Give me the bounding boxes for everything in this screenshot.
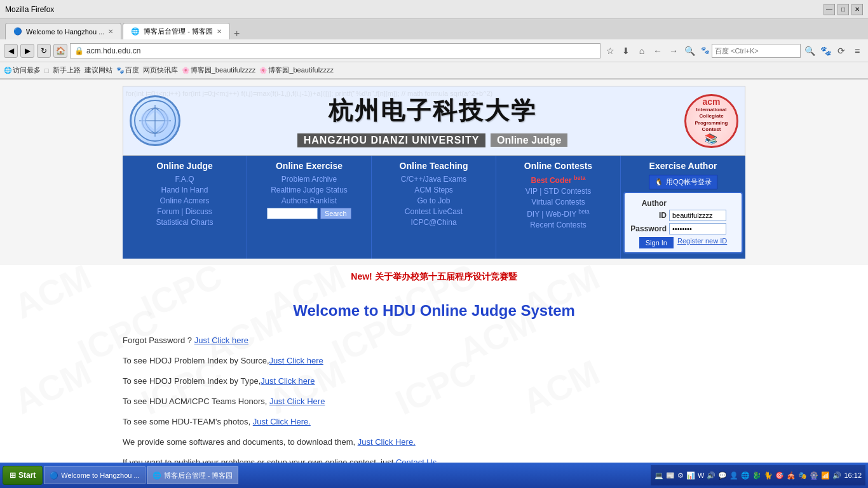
id-row: ID [628,210,738,221]
nav-best-coder-link[interactable]: Best Coder beta [499,175,618,185]
search-icon[interactable]: 🔍 [682,44,696,58]
download-link[interactable]: Just Click Here. [358,437,416,447]
exercise-search-button[interactable]: Search [320,208,351,219]
reload-button[interactable]: ↻ [37,44,51,58]
bookmark-6[interactable]: 🌸 博客园_beautifulzzzz [182,65,256,75]
forgot-password-link[interactable]: Just Click here [194,336,248,345]
home-button[interactable]: 🏠 [53,44,67,58]
search-input[interactable] [712,44,801,58]
photos-link[interactable]: Just Click Here. [253,417,311,426]
tray-icon-3[interactable]: ⚙ [677,471,684,480]
tab-favicon-1: 🔵 [13,27,22,36]
bookmark-2[interactable]: 新手上路 [53,65,81,75]
nav-recent-contests-link[interactable]: Recent Contests [499,220,618,229]
bookmark-label-3: 建议网站 [85,65,112,75]
nav-vip-std-link[interactable]: VIP | STD Contests [499,187,618,196]
tray-icon-7[interactable]: 💬 [718,471,727,480]
tray-icon-8[interactable]: 👤 [729,471,738,480]
tray-icon-5[interactable]: W [698,471,704,479]
nav-forum-link[interactable]: Forum | Discuss [125,207,244,216]
signin-button[interactable]: Sign In [639,237,674,248]
nav-back-icon[interactable]: ← [651,44,665,58]
paw-search-icon[interactable]: 🐾 [818,44,832,58]
tray-icon-15[interactable]: 🎡 [810,471,818,480]
nav-title-online-exercise: Online Exercise [250,161,369,171]
tab-close-2[interactable]: ✕ [217,28,222,35]
minimize-button[interactable]: — [824,4,835,15]
bookmark-star-icon[interactable]: ☆ [603,44,617,58]
tray-icon-13[interactable]: 🎪 [787,471,796,480]
nav-online-acmers-link[interactable]: Online Acmers [125,196,244,205]
bookmark-favicon-4: 🐾 [116,67,124,74]
tray-clock[interactable]: 16:12 [844,471,862,479]
tray-icon-4[interactable]: 📊 [686,471,695,480]
bookmark-4[interactable]: 🐾 百度 [116,65,139,75]
exercise-search-input[interactable] [267,208,318,219]
maximize-button[interactable]: □ [837,4,849,15]
download-icon[interactable]: ⬇ [619,44,633,58]
tray-icon-14[interactable]: 🎭 [798,471,807,480]
tab-close-1[interactable]: ✕ [108,28,113,35]
bookmark-favicon-7: 🌸 [259,67,267,74]
problem-index-type-link[interactable]: Just Click here [261,376,315,386]
nav-fwd-icon[interactable]: → [667,44,681,58]
nav-diy-webdiy-link[interactable]: DIY | Web-DIY beta [499,208,618,219]
author-label: Author [628,199,667,208]
nav-authors-ranklist-link[interactable]: Authors Ranklist [250,196,369,205]
tray-icon-11[interactable]: 🐈 [764,471,773,480]
nav-contest-livecast-link[interactable]: Contest LiveCast [374,207,493,216]
search-submit-icon[interactable]: 🔍 [803,44,817,58]
nav-hand-in-hand-link[interactable]: Hand In Hand [125,186,244,194]
problem-index-source-link[interactable]: Just Click here [269,356,323,365]
link-row-3: To see HDOJ Problem Index by Type,Just C… [123,373,745,390]
nav-faq-link[interactable]: F.A.Q [125,175,244,184]
menu-icon[interactable]: ≡ [850,44,864,58]
id-input[interactable] [669,210,726,221]
nav-icpc-china-link[interactable]: ICPC@China [374,218,493,227]
tray-icon-1[interactable]: 💻 [654,471,663,480]
nav-go-to-job-link[interactable]: Go to Job [374,196,493,205]
taskbar-favicon-1: 🔵 [50,471,58,480]
nav-title-exercise-author: Exercise Author [623,161,743,171]
bookmark-5[interactable]: 网页快讯库 [143,65,178,75]
tab-1[interactable]: 🔵 Welcome to Hangzhou ... ✕ [5,23,121,39]
nav-title-online-teaching: Online Teaching [374,161,493,171]
nav-acm-steps-link[interactable]: ACM Steps [374,186,493,194]
tab-2[interactable]: 🌐 博客后台管理 - 博客园 ✕ [123,23,230,39]
nav-cpp-exams-link[interactable]: C/C++/Java Exams [374,175,493,184]
tray-icon-2[interactable]: 📰 [666,471,675,480]
nav-problem-archive-link[interactable]: Problem Archive [250,175,369,184]
network-icon[interactable]: 📶 [821,471,830,480]
sync-icon[interactable]: ⟳ [834,44,848,58]
back-button[interactable]: ◀ [4,44,18,58]
register-link[interactable]: Register new ID [677,237,727,248]
volume-icon[interactable]: 🔊 [832,471,841,480]
bookmark-1[interactable]: 🌐 访问最多 [4,65,41,75]
password-label: Password [628,224,667,233]
new-tab-button[interactable]: + [231,28,242,39]
tray-icon-10[interactable]: 🐉 [752,471,761,480]
password-input[interactable] [669,223,726,234]
teams-honors-link[interactable]: Just Click Here [269,396,325,406]
nav-virtual-contests-link[interactable]: Virtual Contests [499,198,618,207]
qq-login-button[interactable]: 🐧 用QQ帐号登录 [649,175,717,189]
start-button[interactable]: ⊞ Start [3,466,43,485]
taskbar-item-1[interactable]: 🔵 Welcome to Hangzhou ... [44,466,145,484]
tray-icon-12[interactable]: 🎯 [775,471,784,480]
bookmark-label-1: 访问最多 [13,65,41,75]
nav-home-icon[interactable]: ⌂ [635,44,649,58]
nav-icons: ☆ ⬇ ⌂ ← → 🔍 🐾 🔍 🐾 ⟳ ≡ [603,44,864,58]
taskbar-item-2[interactable]: 🌐 博客后台管理 - 博客园 [147,466,239,484]
bookmark-7[interactable]: 🌸 博客园_beautifulzzzz [259,65,334,75]
close-button[interactable]: ✕ [851,4,863,15]
tray-icon-9[interactable]: 🌐 [741,471,750,480]
nav-realtime-judge-link[interactable]: Realtime Judge Status [250,186,369,194]
link-row-1: Forgot Password ? Just Click here [123,332,745,349]
address-text[interactable]: acm.hdu.edu.cn [86,46,140,55]
bookmark-3[interactable]: 建议网站 [85,65,112,75]
tray-icon-6[interactable]: 🔊 [707,471,715,480]
welcome-title: Welcome to HDU Online Judge System [123,302,745,320]
forward-button[interactable]: ▶ [20,44,34,58]
bookmark-label-2: 新手上路 [53,65,81,75]
nav-statistical-charts-link[interactable]: Statistical Charts [125,218,244,227]
